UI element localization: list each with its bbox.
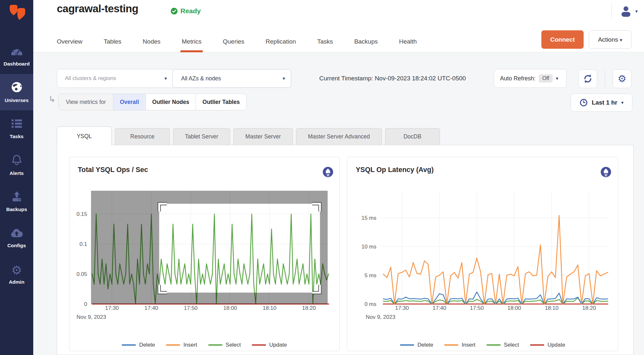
svg-text:18:10: 18:10 (545, 305, 559, 311)
cloud-upload-icon (10, 228, 24, 240)
legend-label: Delete (139, 342, 155, 348)
clusters-filter-placeholder: All clusters & regions (65, 75, 164, 82)
sidebar-item-alerts[interactable]: Alerts (0, 147, 33, 183)
refresh-button[interactable] (578, 69, 597, 88)
sidebar-item-tasks[interactable]: Tasks (0, 110, 33, 147)
svg-text:17:40: 17:40 (433, 305, 446, 311)
svg-text:17:30: 17:30 (395, 305, 409, 311)
auto-refresh-dropdown[interactable]: Auto Refresh: Off ▾ (494, 69, 567, 88)
branch-arrow-icon: ↳ (48, 94, 56, 104)
legend-item-update[interactable]: Update (252, 342, 287, 348)
svg-text:18:00: 18:00 (223, 305, 237, 311)
dashboard-gauge-icon (10, 45, 24, 58)
auto-refresh-value: Off (539, 74, 553, 83)
legend-swatch (252, 344, 266, 346)
chart-title: Total YSQL Ops / Sec (78, 166, 148, 174)
tab-backups[interactable]: Backups (354, 31, 378, 52)
svg-text:10 ms: 10 ms (362, 244, 376, 250)
view-metrics-label: View metrics for (59, 94, 113, 110)
prometheus-icon[interactable] (323, 167, 333, 177)
legend-item-insert[interactable]: Insert (444, 342, 475, 348)
backup-upload-icon (10, 191, 23, 204)
divider (605, 70, 605, 87)
user-avatar-icon (620, 5, 632, 17)
metric-tab-master-server[interactable]: Master Server (233, 128, 293, 145)
yugabyte-logo-icon[interactable] (8, 3, 26, 21)
svg-text:Nov 9, 2023: Nov 9, 2023 (366, 314, 395, 320)
legend-item-delete[interactable]: Delete (400, 342, 433, 348)
tab-replication[interactable]: Replication (266, 31, 296, 52)
sidebar-item-label: Tasks (10, 134, 24, 139)
settings-button[interactable]: ⚙ (613, 69, 631, 88)
svg-text:18:20: 18:20 (582, 305, 596, 311)
legend-item-update[interactable]: Update (530, 342, 565, 348)
auto-refresh-label: Auto Refresh: (500, 75, 536, 82)
legend-item-delete[interactable]: Delete (122, 342, 155, 348)
globe-icon (11, 81, 23, 95)
view-option-outlier-tables[interactable]: Outlier Tables (196, 94, 246, 110)
chevron-down-icon: ▾ (282, 76, 285, 81)
actions-button[interactable]: Actions ▾ (589, 30, 631, 49)
tab-tables[interactable]: Tables (104, 31, 121, 52)
universe-title: cagrawal-testing (57, 3, 138, 15)
svg-text:17:50: 17:50 (184, 305, 198, 311)
refresh-icon (581, 72, 594, 85)
legend-label: Select (504, 342, 519, 348)
status-badge: Ready (170, 7, 201, 15)
sidebar-item-label: Alerts (10, 170, 24, 176)
tab-health[interactable]: Health (399, 31, 417, 52)
az-nodes-filter[interactable]: All AZs & nodes ▾ (172, 69, 291, 88)
svg-text:17:30: 17:30 (105, 305, 119, 311)
tab-tasks[interactable]: Tasks (317, 31, 333, 52)
sidebar-item-backups[interactable]: Backups (0, 183, 33, 220)
svg-text:18:20: 18:20 (302, 305, 316, 311)
connect-button[interactable]: Connect (541, 30, 584, 49)
chevron-down-icon: ▾ (635, 8, 638, 14)
sidebar-item-dashboard[interactable]: Dashboard (0, 37, 33, 74)
tab-metrics[interactable]: Metrics (182, 31, 201, 52)
view-option-outlier-nodes[interactable]: Outlier Nodes (146, 94, 196, 110)
gear-icon: ⚙ (618, 74, 627, 84)
svg-text:0: 0 (84, 301, 87, 307)
tab-nodes[interactable]: Nodes (143, 31, 160, 52)
chevron-down-icon: ▾ (621, 100, 624, 106)
metric-tab-resource[interactable]: Resource (115, 128, 170, 145)
tab-overview[interactable]: Overview (57, 31, 82, 52)
legend-item-select[interactable]: Select (208, 342, 241, 348)
metric-tab-master-server-advanced[interactable]: Master Server Advanced (296, 128, 382, 145)
legend-item-insert[interactable]: Insert (166, 342, 197, 348)
check-circle-icon (170, 7, 178, 15)
sidebar-item-configs[interactable]: Configs (0, 220, 33, 256)
legend-swatch (400, 344, 414, 346)
sidebar-item-universes[interactable]: Universes (0, 74, 33, 110)
prometheus-icon[interactable] (601, 167, 611, 177)
metric-tab-ysql[interactable]: YSQL (57, 127, 112, 146)
view-option-overall[interactable]: Overall (113, 94, 146, 110)
metric-tab-docdb[interactable]: DocDB (385, 128, 440, 145)
sidebar-item-label: Admin (9, 279, 24, 285)
chart-plot-area[interactable]: 17:3017:4017:5018:0018:1018:200 ms5 ms10… (347, 191, 618, 326)
sidebar: Dashboard Universes Tasks Alerts Backups… (0, 0, 33, 355)
metric-tab-tablet-server[interactable]: Tablet Server (173, 128, 230, 145)
svg-text:17:50: 17:50 (470, 305, 484, 311)
chart-plot-area[interactable]: 17:3017:4017:5018:0018:1018:2000.050.10.… (69, 191, 340, 326)
tab-queries[interactable]: Queries (223, 31, 244, 52)
actions-label: Actions (598, 36, 618, 43)
legend-swatch (208, 344, 222, 346)
view-metrics-group: View metrics for OverallOutlier NodesOut… (58, 94, 247, 110)
svg-text:5 ms: 5 ms (364, 272, 376, 279)
legend-swatch (122, 344, 136, 346)
user-menu[interactable]: ▾ (620, 5, 638, 17)
svg-text:15 ms: 15 ms (362, 215, 376, 221)
svg-text:0.1: 0.1 (79, 241, 87, 247)
legend-item-select[interactable]: Select (486, 342, 519, 348)
clusters-regions-filter[interactable]: All clusters & regions ▾ (57, 69, 173, 88)
time-range-dropdown[interactable]: Last 1 hr ▾ (571, 94, 632, 112)
nav-tabs: OverviewTablesNodesMetricsQueriesReplica… (57, 31, 417, 52)
sidebar-item-admin[interactable]: ⚙ Admin (0, 256, 33, 293)
legend-swatch (486, 344, 501, 346)
divider (611, 3, 612, 19)
chevron-down-icon: ▾ (556, 76, 558, 81)
svg-text:0.05: 0.05 (77, 271, 87, 277)
chart-card-ysql-op-latency: YSQL Op Latency (Avg) 17:3017:4017:5018:… (347, 157, 618, 351)
